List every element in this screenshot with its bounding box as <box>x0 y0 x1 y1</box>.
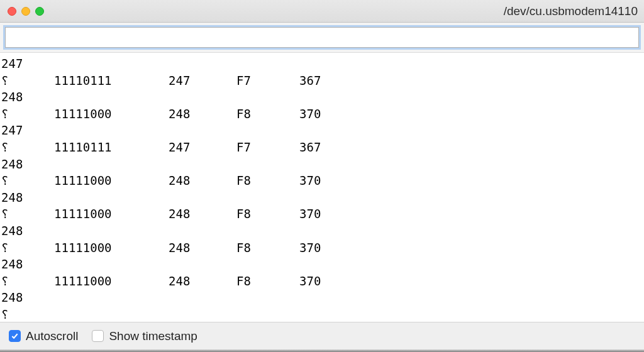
autoscroll-label: Autoscroll <box>26 329 78 343</box>
log-line: 247 <box>1 55 644 72</box>
log-line: ⸮11110111247F7367 <box>1 139 644 156</box>
timestamp-label: Show timestamp <box>109 329 197 343</box>
close-button[interactable] <box>8 7 16 16</box>
maximize-button[interactable] <box>35 7 44 16</box>
timestamp-checkbox[interactable] <box>92 330 104 342</box>
log-line: 247 <box>1 122 644 139</box>
window-bottom-edge <box>0 349 644 352</box>
log-line: ⸮11111000248F8370 <box>1 172 644 189</box>
minimize-button[interactable] <box>21 7 30 16</box>
log-line: ⸮11111000248F8370 <box>1 273 644 290</box>
input-bar <box>0 23 644 53</box>
log-line: 248 <box>1 89 644 106</box>
log-line: ⸮11111000248F8370 <box>1 206 644 223</box>
log-line: 248 <box>1 223 644 239</box>
log-line: ⸮ <box>1 306 644 322</box>
check-icon <box>11 332 19 340</box>
window-controls <box>8 7 44 16</box>
log-line: 248 <box>1 256 644 273</box>
log-line: ⸮11111000248F8370 <box>1 106 644 123</box>
log-line: 248 <box>1 189 644 206</box>
autoscroll-option[interactable]: Autoscroll <box>9 329 78 343</box>
log-line: ⸮11111000248F8370 <box>1 239 644 256</box>
window-title: /dev/cu.usbmodem14110 <box>504 4 638 18</box>
serial-input[interactable] <box>5 27 639 48</box>
serial-output[interactable]: 247⸮11110111247F7367248⸮11111000248F8370… <box>0 53 644 322</box>
timestamp-option[interactable]: Show timestamp <box>92 329 197 343</box>
window-titlebar: /dev/cu.usbmodem14110 <box>0 0 644 23</box>
log-line: 248 <box>1 289 644 306</box>
log-line: ⸮11110111247F7367 <box>1 72 644 89</box>
autoscroll-checkbox[interactable] <box>9 330 21 342</box>
log-line: 248 <box>1 156 644 173</box>
footer-bar: Autoscroll Show timestamp <box>0 322 644 349</box>
